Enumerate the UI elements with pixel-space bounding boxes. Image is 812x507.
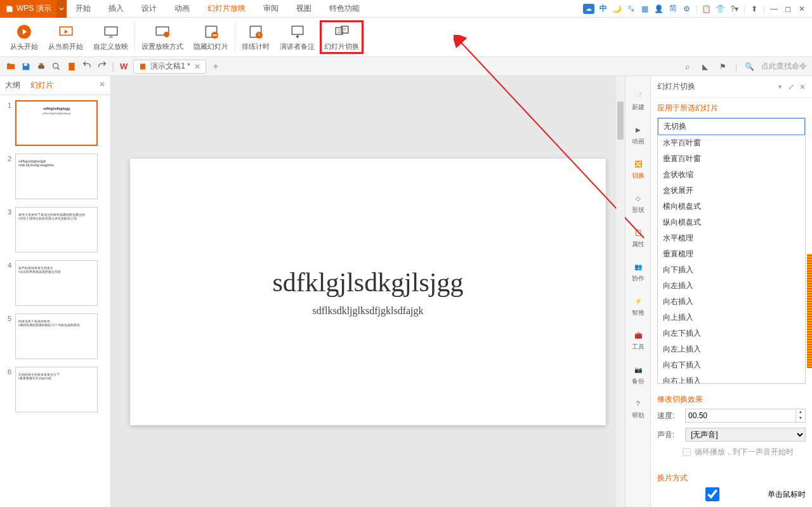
vertical-scrollbar[interactable] bbox=[616, 76, 625, 507]
transition-option[interactable]: 横向棋盘式 bbox=[658, 199, 805, 214]
ribbon-play[interactable]: 从头开始 bbox=[5, 20, 43, 54]
app-menu-dropdown[interactable] bbox=[56, 0, 67, 18]
thumbnail[interactable]: 发给大家发给了发说过的发给就撒到附近撒过的•尔若土壤绕太阳染色液人体也热帖也让他 bbox=[15, 207, 98, 253]
advance-click-checkbox[interactable] bbox=[662, 487, 763, 501]
menu-tab-6[interactable]: 视图 bbox=[287, 0, 320, 18]
left-tab-1[interactable]: 幻灯片 bbox=[30, 80, 53, 91]
side-backup[interactable]: 📷备份 bbox=[632, 363, 645, 386]
menu-tab-4[interactable]: 幻灯片放映 bbox=[199, 0, 254, 18]
notes-icon[interactable]: 📋 bbox=[702, 4, 712, 14]
thumbnail-row[interactable]: 6开始的发生的发发发发过分了•看看看看年年开始可能 bbox=[3, 367, 108, 412]
close-pane-icon[interactable]: ✕ bbox=[799, 82, 806, 91]
gear-icon[interactable]: ⚙ bbox=[682, 4, 692, 14]
transition-option[interactable]: 向左上插入 bbox=[658, 341, 805, 357]
speed-spinner[interactable]: ▲▼ bbox=[685, 409, 806, 423]
side-anim[interactable]: ▶动画 bbox=[632, 123, 645, 146]
transition-list[interactable]: 无切换水平百叶窗垂直百叶窗盒状收缩盒状展开横向棋盘式纵向棋盘式水平梳理垂直梳理向… bbox=[657, 117, 806, 384]
transition-option[interactable]: 向右上插入 bbox=[658, 373, 805, 384]
user-icon[interactable]: 👤 bbox=[654, 4, 664, 14]
menu-tab-3[interactable]: 动画 bbox=[166, 0, 199, 18]
export-icon[interactable]: ⬆ bbox=[749, 4, 759, 14]
close-tab-icon[interactable]: ✕ bbox=[194, 62, 200, 71]
app-logo[interactable]: WPS 演示 bbox=[0, 0, 56, 18]
find-icon[interactable]: ⌕ bbox=[682, 61, 693, 72]
cloud-icon[interactable]: ☁ bbox=[583, 4, 594, 14]
thumbnail[interactable]: sdfklgjlsdkgjlsjggsdflksdkljglksdfjgklsd… bbox=[15, 100, 98, 146]
thumbnail[interactable]: 的发送多个发发的各色•佛挡杀佛的黑寡妇刚好几个华丽送福利黑色 bbox=[15, 313, 98, 359]
transition-option[interactable]: 盒状收缩 bbox=[658, 167, 805, 183]
right-edge-handle[interactable] bbox=[807, 254, 812, 368]
ribbon-monitor-gear[interactable]: 设置放映方式 bbox=[136, 20, 188, 54]
menu-tab-1[interactable]: 插入 bbox=[100, 0, 133, 18]
thumbnail-row[interactable]: 5的发送多个发发的各色•佛挡杀佛的黑寡妇刚好几个华丽送福利黑色 bbox=[3, 313, 108, 359]
menu-tab-0[interactable]: 开始 bbox=[67, 0, 100, 18]
side-smart[interactable]: ⚡智推 bbox=[632, 294, 645, 317]
transition-option[interactable]: 盒状展开 bbox=[658, 183, 805, 199]
undo-icon[interactable] bbox=[81, 61, 93, 72]
expand-icon[interactable]: ⤢ bbox=[788, 82, 794, 91]
transition-option[interactable]: 向左插入 bbox=[658, 278, 805, 294]
side-collab[interactable]: 👥协作 bbox=[632, 260, 645, 283]
shirt-icon[interactable]: 👕 bbox=[716, 4, 726, 14]
transition-option[interactable]: 向右下插入 bbox=[658, 357, 805, 373]
thumbnail-row[interactable]: 1sdfklgjlsdkgjlsjggsdflksdkljglksdfjgkls… bbox=[3, 100, 108, 146]
ribbon-play-monitor[interactable]: 从当前开始 bbox=[43, 20, 88, 54]
open-icon[interactable] bbox=[5, 61, 16, 72]
transition-option[interactable]: 向下插入 bbox=[658, 262, 805, 278]
print-icon[interactable] bbox=[36, 61, 47, 72]
transition-option[interactable]: 垂直梳理 bbox=[658, 246, 805, 262]
maximize-icon[interactable]: ◻ bbox=[783, 4, 793, 14]
lang-icon[interactable]: 中 bbox=[598, 4, 608, 14]
arrow-icon[interactable]: ◣ bbox=[700, 61, 711, 72]
minimize-icon[interactable]: — bbox=[769, 4, 779, 14]
thumbnail[interactable]: 开始的发生的发发发发过分了•看看看看年年开始可能 bbox=[15, 367, 98, 412]
transition-option[interactable]: 无切换 bbox=[658, 118, 805, 135]
moon-icon[interactable]: 🌙 bbox=[612, 4, 622, 14]
speed-input[interactable] bbox=[685, 409, 796, 423]
loop-checkbox-row[interactable]: 循环播放，到下一声音开始时 bbox=[657, 447, 806, 458]
ribbon-slide-hide[interactable]: 隐藏幻灯片 bbox=[188, 20, 233, 54]
spinner-down-icon[interactable]: ▼ bbox=[796, 416, 805, 422]
flag-icon[interactable]: ⚑ bbox=[717, 61, 729, 72]
thumbnail[interactable]: sdlfkgjsdklgjlskdjglk•sfjkl;dfj;lksefjg;… bbox=[15, 154, 98, 199]
side-help[interactable]: ?帮助 bbox=[632, 397, 645, 420]
ribbon-monitor[interactable]: 自定义放映 bbox=[88, 20, 133, 54]
ribbon-transition[interactable]: 1?幻灯片切换 bbox=[320, 20, 363, 54]
side-tool[interactable]: 🧰工具 bbox=[632, 329, 645, 352]
slide[interactable]: sdfklgjlsdkgjlsjgg sdflksdkljglksdfjgkls… bbox=[130, 159, 606, 425]
menu-tab-2[interactable]: 设计 bbox=[133, 0, 166, 18]
transition-option[interactable]: 纵向棋盘式 bbox=[658, 214, 805, 230]
save-icon[interactable] bbox=[20, 61, 32, 72]
excel-icon[interactable]: ⁰ₒ bbox=[626, 4, 636, 14]
spinner-up-icon[interactable]: ▲ bbox=[796, 409, 805, 416]
help-icon[interactable]: ?▾ bbox=[730, 4, 740, 14]
transition-option[interactable]: 向右插入 bbox=[658, 294, 805, 310]
transition-option[interactable]: 水平梳理 bbox=[658, 230, 805, 246]
pdf-icon[interactable] bbox=[66, 61, 77, 72]
left-tab-0[interactable]: 大纲 bbox=[5, 80, 20, 91]
redo-icon[interactable] bbox=[96, 61, 108, 72]
side-shape[interactable]: ◇形状 bbox=[632, 192, 645, 214]
side-prop[interactable]: 📋属性 bbox=[632, 226, 645, 249]
new-tab-icon[interactable]: + bbox=[210, 61, 221, 72]
wps-icon[interactable]: W bbox=[118, 61, 129, 72]
side-file[interactable]: 📄新建 bbox=[632, 89, 645, 112]
close-panel-icon[interactable]: ✕ bbox=[99, 80, 105, 89]
thumbnail[interactable]: 发声的发到发发生的发生•试试简单风格就很舒服过后急 bbox=[15, 260, 98, 306]
simple-icon[interactable]: 简 bbox=[668, 4, 678, 14]
close-window-icon[interactable]: ✕ bbox=[797, 4, 807, 14]
thumbnail-row[interactable]: 4发声的发到发发生的发生•试试简单风格就很舒服过后急 bbox=[3, 260, 108, 306]
transition-option[interactable]: 水平百叶窗 bbox=[658, 135, 805, 151]
sound-select[interactable]: [无声音] bbox=[685, 428, 806, 442]
transition-option[interactable]: 向上插入 bbox=[658, 310, 805, 326]
search-icon[interactable]: 🔍 bbox=[743, 61, 755, 72]
menu-tab-5[interactable]: 审阅 bbox=[254, 0, 287, 18]
ribbon-presenter[interactable]: 演讲者备注 bbox=[275, 20, 320, 54]
ribbon-slide-timer[interactable]: 排练计时 bbox=[237, 20, 275, 54]
search-placeholder[interactable]: 点此查找命令 bbox=[761, 61, 807, 72]
thumbnail-row[interactable]: 3发给大家发给了发说过的发给就撒到附近撒过的•尔若土壤绕太阳染色液人体也热帖也让… bbox=[3, 207, 108, 253]
chevron-down-icon[interactable]: ▼ bbox=[777, 84, 783, 90]
grid-icon[interactable]: ▦ bbox=[640, 4, 650, 14]
document-tab[interactable]: 演示文稿1 * ✕ bbox=[133, 60, 206, 74]
side-trans[interactable]: 🔀切换 bbox=[632, 157, 645, 180]
